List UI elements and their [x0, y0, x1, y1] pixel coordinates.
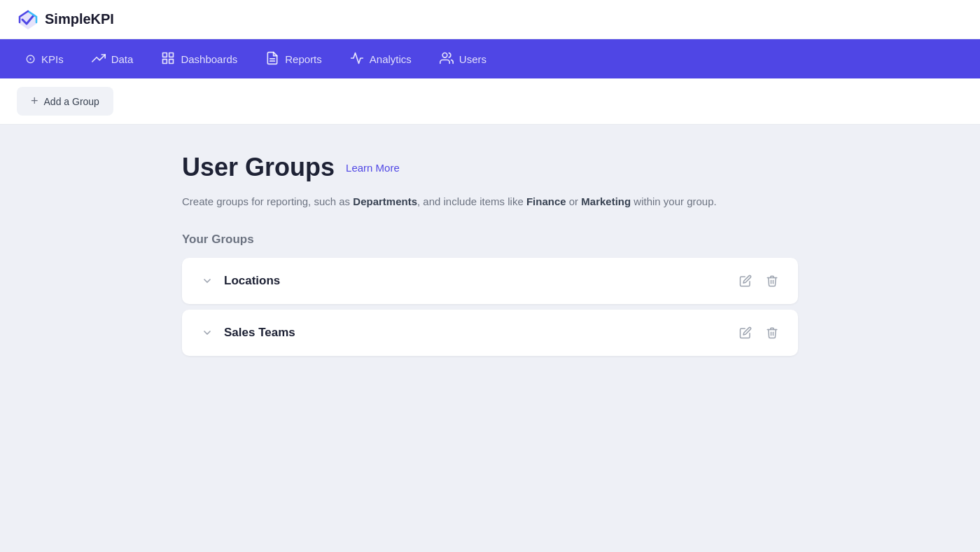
kpis-icon: ⊙	[25, 53, 36, 65]
app-name: SimpleKPI	[45, 11, 114, 27]
section-title: Your Groups	[182, 233, 798, 247]
group-name-sales-teams: Sales Teams	[224, 326, 295, 340]
desc-suffix: within your group.	[631, 195, 717, 207]
logo-icon	[17, 8, 39, 31]
nav-label-data: Data	[111, 53, 134, 65]
chevron-sales-teams[interactable]	[199, 324, 216, 341]
group-list: Locations	[182, 258, 798, 356]
chevron-locations[interactable]	[199, 272, 216, 289]
dashboards-icon	[161, 51, 175, 67]
main-nav: ⊙ KPIs Data Dashboards	[0, 39, 980, 78]
nav-label-dashboards: Dashboards	[181, 53, 237, 65]
page-title: User Groups	[182, 153, 335, 182]
page-title-row: User Groups Learn More	[182, 153, 798, 182]
page-description: Create groups for reporting, such as Dep…	[182, 193, 798, 210]
group-item-sales-teams: Sales Teams	[182, 310, 798, 356]
nav-label-users: Users	[459, 53, 486, 65]
delete-sales-teams-button[interactable]	[763, 324, 781, 342]
nav-label-reports: Reports	[285, 53, 322, 65]
nav-item-dashboards[interactable]: Dashboards	[147, 44, 251, 74]
group-left-sales-teams: Sales Teams	[199, 324, 295, 341]
desc-mid: , and include items like	[417, 195, 526, 207]
svg-rect-3	[169, 59, 174, 63]
main-content: User Groups Learn More Create groups for…	[0, 125, 980, 552]
header: SimpleKPI	[0, 0, 980, 39]
learn-more-link[interactable]: Learn More	[346, 162, 400, 174]
toolbar: + Add a Group	[0, 78, 980, 125]
desc-or: or	[566, 195, 582, 207]
nav-label-kpis: KPIs	[41, 53, 64, 65]
desc-prefix: Create groups for reporting, such as	[182, 195, 353, 207]
svg-rect-4	[163, 59, 167, 63]
edit-locations-button[interactable]	[736, 272, 755, 290]
desc-bold-finance: Finance	[526, 195, 566, 207]
group-name-locations: Locations	[224, 274, 280, 288]
nav-item-data[interactable]: Data	[78, 44, 148, 74]
group-actions-sales-teams	[736, 324, 781, 342]
logo-area: SimpleKPI	[17, 8, 114, 31]
nav-item-users[interactable]: Users	[426, 44, 500, 74]
nav-item-reports[interactable]: Reports	[251, 44, 336, 74]
group-item-locations: Locations	[182, 258, 798, 304]
svg-rect-1	[163, 53, 167, 57]
desc-bold-departments: Departments	[353, 195, 417, 207]
users-icon	[440, 51, 454, 67]
svg-point-7	[442, 53, 447, 57]
data-icon	[92, 51, 106, 67]
add-group-button[interactable]: + Add a Group	[17, 87, 113, 116]
nav-item-analytics[interactable]: Analytics	[336, 44, 426, 74]
edit-sales-teams-button[interactable]	[736, 324, 755, 342]
analytics-icon	[350, 51, 364, 67]
reports-icon	[265, 51, 279, 67]
add-group-label: Add a Group	[44, 96, 99, 107]
plus-icon: +	[31, 94, 38, 109]
content-area: User Groups Learn More Create groups for…	[182, 153, 798, 531]
desc-bold-marketing: Marketing	[581, 195, 631, 207]
nav-item-kpis[interactable]: ⊙ KPIs	[11, 46, 78, 72]
group-left-locations: Locations	[199, 272, 280, 289]
nav-label-analytics: Analytics	[370, 53, 412, 65]
group-actions-locations	[736, 272, 781, 290]
delete-locations-button[interactable]	[763, 272, 781, 290]
svg-rect-2	[169, 53, 174, 57]
